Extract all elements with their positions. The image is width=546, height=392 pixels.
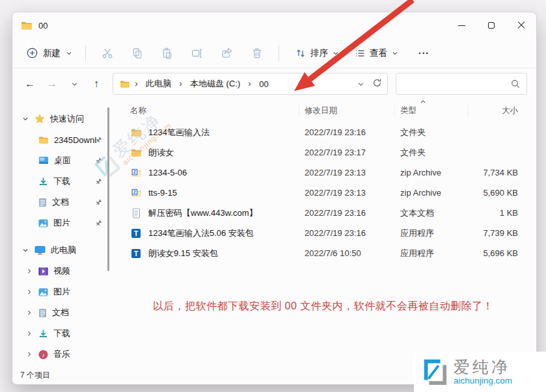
zip-archive-icon: Z xyxy=(130,187,142,199)
file-date: 2022/7/19 23:16 xyxy=(299,228,395,238)
forward-button[interactable]: → xyxy=(41,73,63,94)
file-row[interactable]: T1234笔画输入法5.06 安装包 2022/7/19 23:16 应用程序 … xyxy=(110,223,536,243)
chevron-right-icon[interactable] xyxy=(25,289,33,295)
sidebar-item-quick-access[interactable]: 快速访问 xyxy=(12,109,110,129)
file-type: 应用程序 xyxy=(395,248,469,259)
breadcrumb-local-disk-c[interactable]: 本地磁盘 (C:) xyxy=(187,77,243,91)
plus-circle-icon xyxy=(27,47,38,59)
file-row[interactable]: 解压密码【www.443w.com】 2022/7/19 23:16 文本文档 … xyxy=(110,203,536,223)
refresh-button[interactable] xyxy=(372,78,382,90)
sidebar-item-pictures[interactable]: 图片 xyxy=(12,213,110,233)
column-header-name[interactable]: 名称 xyxy=(130,105,299,118)
chevron-down-icon xyxy=(66,50,72,57)
sidebar-item-documents[interactable]: 文档 xyxy=(12,192,110,213)
star-icon xyxy=(34,114,45,124)
delete-icon xyxy=(251,47,263,59)
sidebar-item-documents-pc[interactable]: 文档 xyxy=(12,302,110,323)
chevron-right-icon[interactable] xyxy=(25,268,33,274)
cut-button[interactable] xyxy=(92,42,122,65)
maximize-icon xyxy=(488,22,495,29)
sidebar-item-2345downl[interactable]: 2345Downl xyxy=(12,129,110,150)
file-name: 1234笔画输入法5.06 安装包 xyxy=(148,228,254,239)
sidebar-item-downloads[interactable]: 下载 xyxy=(12,171,110,192)
file-size: 7,734 KB xyxy=(469,168,521,177)
search-box[interactable] xyxy=(396,73,527,95)
share-button[interactable] xyxy=(212,42,242,65)
file-row[interactable]: 朗读女 2022/7/19 23:17 文件夹 xyxy=(110,142,536,163)
file-type: 文件夹 xyxy=(395,147,469,159)
file-row[interactable]: 1234笔画输入法 2022/7/19 23:16 文件夹 xyxy=(110,122,536,142)
paste-button[interactable] xyxy=(152,42,182,65)
file-type: zip Archive xyxy=(395,188,469,198)
navigation-pane: 快速访问 2345Downl 桌面 下载 文档 xyxy=(12,99,110,367)
close-button[interactable] xyxy=(506,12,536,38)
view-button[interactable]: 查看 xyxy=(349,43,404,64)
file-row[interactable]: T朗读女9.15 安装包 2022/7/6 10:50 应用程序 5,696 K… xyxy=(110,243,536,263)
file-explorer-window: 00 新建 排序 查看 ··· xyxy=(12,12,537,385)
copy-button[interactable] xyxy=(122,42,152,65)
breadcrumb-this-pc[interactable]: 此电脑 xyxy=(143,77,174,91)
new-button[interactable]: 新建 xyxy=(20,43,79,64)
file-name: 1234笔画输入法 xyxy=(148,127,210,138)
folder-icon xyxy=(21,21,33,31)
file-name: tts-9-15 xyxy=(148,188,177,198)
brand-name: 爱纯净 xyxy=(454,358,512,375)
column-header-date-modified[interactable]: 修改日期 xyxy=(299,105,395,118)
rename-button[interactable] xyxy=(182,42,212,65)
pin-icon xyxy=(95,136,102,146)
maximize-button[interactable] xyxy=(476,12,506,38)
back-button[interactable]: ← xyxy=(19,73,41,94)
sidebar-item-videos[interactable]: 视频 xyxy=(12,261,110,281)
sidebar-scrollbar[interactable] xyxy=(107,107,109,271)
column-header-size[interactable]: 大小 xyxy=(469,105,521,118)
title-bar: 00 xyxy=(12,12,536,38)
file-size: 1 KB xyxy=(469,208,521,218)
chevron-down-icon[interactable] xyxy=(21,247,29,254)
pin-icon xyxy=(95,157,102,166)
chevron-right-icon xyxy=(178,81,184,87)
chevron-right-icon[interactable] xyxy=(25,351,33,358)
sidebar-item-label: 文档 xyxy=(52,307,69,319)
sidebar-item-downloads-pc[interactable]: 下载 xyxy=(12,323,110,344)
document-icon xyxy=(38,198,47,207)
folder-icon xyxy=(120,80,130,88)
sort-button[interactable]: 排序 xyxy=(290,43,345,64)
search-input[interactable] xyxy=(403,79,511,89)
file-row[interactable]: Z1234-5-06 2022/7/19 23:13 zip Archive 7… xyxy=(110,163,536,183)
minimize-button[interactable] xyxy=(446,12,476,38)
delete-button[interactable] xyxy=(242,42,272,65)
close-icon xyxy=(517,21,525,29)
sort-ascending-icon xyxy=(420,97,426,106)
share-icon xyxy=(221,47,233,59)
chevron-down-icon xyxy=(333,50,339,57)
sidebar-item-pictures-pc[interactable]: 图片 xyxy=(12,281,110,302)
see-more-button[interactable]: ··· xyxy=(411,44,437,63)
sidebar-item-label: 快速访问 xyxy=(50,113,84,125)
sidebar-item-desktop[interactable]: 桌面 xyxy=(12,150,110,171)
column-header-type[interactable]: 类型 xyxy=(395,105,469,118)
chevron-right-icon[interactable] xyxy=(25,330,33,337)
download-icon xyxy=(38,177,48,187)
sidebar-item-this-pc[interactable]: 此电脑 xyxy=(12,240,110,261)
music-icon: ♪ xyxy=(38,350,48,359)
chevron-down-icon xyxy=(71,81,78,88)
document-icon xyxy=(38,308,47,318)
download-icon xyxy=(38,329,48,339)
zip-archive-icon: Z xyxy=(130,167,142,179)
search-icon xyxy=(511,79,520,88)
sidebar-item-label: 音乐 xyxy=(53,348,70,360)
file-row[interactable]: Ztts-9-15 2022/7/19 23:13 zip Archive 5,… xyxy=(110,183,536,203)
address-dropdown-icon[interactable] xyxy=(357,81,364,88)
brand-domain: aichunjing.com xyxy=(454,376,512,385)
chevron-down-icon[interactable] xyxy=(21,116,29,122)
svg-text:♪: ♪ xyxy=(42,351,45,358)
breadcrumb-00[interactable]: 00 xyxy=(256,78,271,90)
up-button[interactable]: ↑ xyxy=(85,73,107,94)
sidebar-item-label: 桌面 xyxy=(54,155,71,166)
recent-locations-button[interactable] xyxy=(63,73,85,94)
sidebar-item-music[interactable]: ♪ 音乐 xyxy=(12,344,110,365)
address-bar[interactable]: 此电脑 本地磁盘 (C:) 00 xyxy=(113,73,388,95)
item-count: 7 个项目 xyxy=(20,370,50,381)
chevron-right-icon[interactable] xyxy=(25,309,33,316)
file-size: 5,696 KB xyxy=(469,248,521,258)
